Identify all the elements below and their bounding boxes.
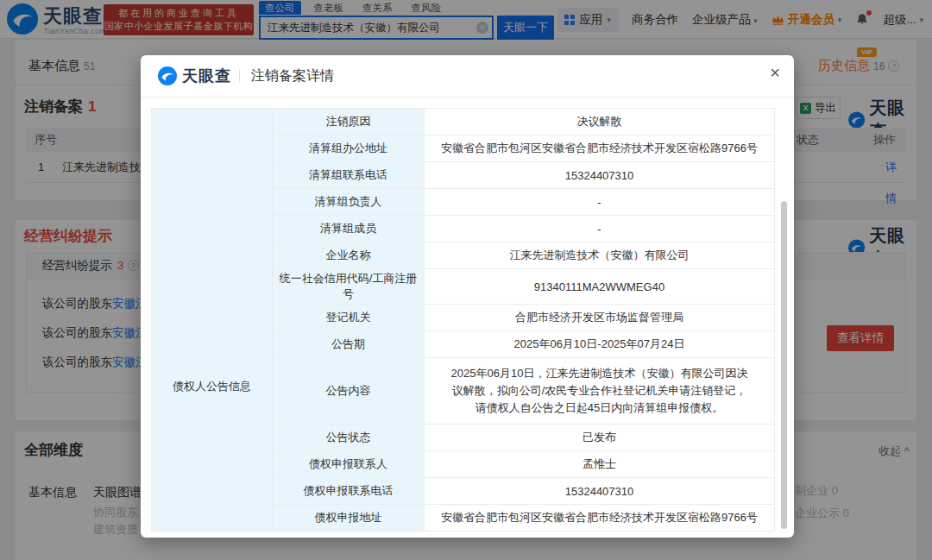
tianyancha-swirl-icon — [158, 66, 177, 85]
modal-table-label: 公告状态 — [273, 425, 425, 451]
modal-table-value: 江来先进制造技术（安徽）有限公司 — [425, 242, 775, 269]
divider — [141, 97, 794, 98]
modal-table-value: 安徽省合肥市包河区安徽省合肥市经济技术开发区宿松路9766号 — [425, 505, 775, 532]
modal-table-group-cell — [152, 109, 273, 242]
modal-table-label: 债权申报联系电话 — [273, 478, 425, 505]
scrollbar-thumb[interactable] — [781, 201, 787, 529]
modal-table-group-cell: 债权人公告信息 — [152, 242, 273, 532]
modal-table-value: 2025年06月10日，江来先进制造技术（安徽）有限公司因决议解散，拟向公司/农… — [425, 358, 775, 425]
modal-title: 注销备案详情 — [251, 67, 334, 85]
modal-table-value: 2025年06月10日-2025年07月24日 — [425, 331, 775, 358]
modal-table-value: 91340111MA2WWMEG40 — [425, 269, 775, 305]
modal-table-value: 15324407310 — [425, 478, 775, 505]
modal-table-value: 已发布 — [425, 425, 775, 451]
modal-table-label: 公告内容 — [273, 358, 425, 425]
modal-table-label: 公告期 — [273, 331, 425, 358]
modal-table-value: 合肥市经济开发区市场监督管理局 — [425, 305, 775, 331]
modal-table-label: 注销原因 — [273, 109, 425, 135]
divider — [239, 69, 240, 83]
modal-table-label: 清算组成员 — [273, 216, 425, 242]
modal-table-body: 注销原因决议解散清算组办公地址安徽省合肥市包河区安徽省合肥市经济技术开发区宿松路… — [152, 109, 775, 532]
modal-table-value: 安徽省合肥市包河区安徽省合肥市经济技术开发区宿松路9766号 — [425, 135, 775, 162]
cancellation-detail-modal: 天眼查 注销备案详情 × 注销原因决议解散清算组办公地址安徽省合肥市包河区安徽省… — [141, 55, 794, 538]
modal-brand-name: 天眼查 — [182, 66, 231, 86]
modal-table-label: 企业名称 — [273, 242, 425, 269]
modal-table-label: 清算组办公地址 — [273, 135, 425, 162]
modal-header: 天眼查 注销备案详情 × — [141, 55, 794, 97]
modal-table-value: 决议解散 — [425, 109, 775, 135]
modal-table-label: 清算组负责人 — [273, 189, 425, 216]
modal-table-label: 统一社会信用代码/工商注册号 — [273, 269, 425, 305]
modal-table-label: 债权申报联系人 — [273, 451, 425, 478]
modal-table-value: - — [425, 189, 775, 216]
modal-table-label: 债权申报地址 — [273, 505, 425, 532]
close-icon[interactable]: × — [770, 64, 780, 81]
modal-table: 注销原因决议解散清算组办公地址安徽省合肥市包河区安徽省合肥市经济技术开发区宿松路… — [151, 108, 775, 532]
modal-table-value: 孟惟士 — [425, 451, 775, 478]
modal-table-label: 清算组联系电话 — [273, 162, 425, 189]
modal-table-label: 登记机关 — [273, 305, 425, 331]
modal-table-value: 15324407310 — [425, 162, 775, 189]
modal-table-value: - — [425, 216, 775, 242]
